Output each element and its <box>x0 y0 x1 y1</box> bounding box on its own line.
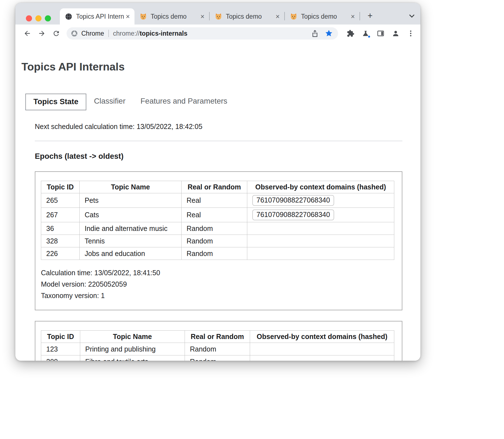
table-row: 265 Pets Real 7610709088227068340 <box>41 193 394 208</box>
hashed-domain-value[interactable]: 7610709088227068340 <box>252 209 334 220</box>
cat-icon <box>140 13 147 20</box>
cell-topic-id: 328 <box>41 235 80 247</box>
epoch-1-metadata: Calculation time: 13/05/2022, 18:41:50 M… <box>41 267 395 301</box>
cell-observed-domains: 7610709088227068340 <box>247 208 394 222</box>
col-header-real-or-random: Real or Random <box>182 181 247 193</box>
tab-separator <box>359 12 360 20</box>
profile-avatar-icon <box>392 30 400 37</box>
table-row: 226 Jobs and education Random <box>41 247 394 260</box>
cell-observed-domains: 7610709088227068340 <box>247 193 394 208</box>
cell-topic-name: Cats <box>80 208 182 222</box>
new-tab-button[interactable]: + <box>364 10 376 21</box>
browser-toolbar: Chrome chrome://topics-internals <box>15 25 420 42</box>
tab-topics-state[interactable]: Topics State <box>25 94 86 110</box>
browser-menu-button[interactable] <box>404 27 417 40</box>
cell-topic-id: 200 <box>41 355 80 361</box>
omnibox-url-bar[interactable]: Chrome chrome://topics-internals <box>67 27 338 40</box>
page-content: Topics API Internals Topics State Classi… <box>15 42 420 361</box>
cell-topic-id: 267 <box>41 208 80 222</box>
table-header-row: Topic ID Topic Name Real or Random Obser… <box>41 331 394 343</box>
experiments-button[interactable] <box>359 27 372 40</box>
cell-topic-id: 36 <box>41 222 80 235</box>
col-header-observed-domains: Observed-by context domains (hashed) <box>247 181 394 193</box>
browser-window: Topics API Intern × <box>15 3 420 361</box>
cell-topic-name: Jobs and education <box>80 247 182 260</box>
cell-observed-domains <box>250 343 394 355</box>
cell-observed-domains <box>247 222 394 235</box>
hashed-domain-value[interactable]: 7610709088227068340 <box>252 195 334 206</box>
cat-icon <box>290 13 297 20</box>
epoch-box-2: Topic ID Topic Name Real or Random Obser… <box>35 321 402 361</box>
cell-observed-domains <box>247 235 394 247</box>
globe-icon <box>65 13 72 20</box>
epoch-1-table: Topic ID Topic Name Real or Random Obser… <box>41 181 394 260</box>
taxonomy-version: Taxonomy version: 1 <box>41 290 395 301</box>
page-title: Topics API Internals <box>21 61 420 73</box>
url-badge-separator <box>108 30 109 37</box>
cell-observed-domains <box>247 247 394 260</box>
table-row: 36 Indie and alternative music Random <box>41 222 394 235</box>
tab-title: Topics demo <box>151 13 199 20</box>
col-header-topic-name: Topic Name <box>80 181 182 193</box>
bookmark-star-icon[interactable] <box>325 29 333 38</box>
notification-dot <box>368 35 371 38</box>
forward-button[interactable] <box>35 27 48 40</box>
col-header-topic-id: Topic ID <box>41 181 80 193</box>
next-calculation-time: Next scheduled calculation time: 13/05/2… <box>35 123 402 131</box>
tab-close-icon[interactable]: × <box>349 13 357 20</box>
tab-features-and-parameters[interactable]: Features and Parameters <box>133 94 235 110</box>
window-close-button[interactable] <box>26 15 32 21</box>
browser-tab-strip: Topics API Intern × <box>15 3 420 25</box>
tab-classifier[interactable]: Classifier <box>86 94 133 110</box>
cell-topic-name: Printing and publishing <box>80 343 185 355</box>
browser-tab-topics-demo-1[interactable]: Topics demo × <box>134 8 209 25</box>
epochs-heading: Epochs (latest -> oldest) <box>35 152 402 161</box>
cat-icon <box>215 13 222 20</box>
topics-state-panel: Next scheduled calculation time: 13/05/2… <box>35 123 402 361</box>
cell-topic-id: 226 <box>41 247 80 260</box>
side-panel-button[interactable] <box>374 27 387 40</box>
browser-tab-topics-internals[interactable]: Topics API Intern × <box>60 8 134 25</box>
window-zoom-button[interactable] <box>45 15 51 21</box>
forward-arrow-icon <box>38 30 46 37</box>
cell-topic-name: Pets <box>80 193 182 208</box>
cell-real-or-random: Random <box>182 247 247 260</box>
url-scheme: chrome:// <box>113 30 140 37</box>
internals-tab-bar: Topics State Classifier Features and Par… <box>25 94 420 110</box>
tab-close-icon[interactable]: × <box>274 13 282 20</box>
cell-topic-name: Fibre and textile arts <box>80 355 185 361</box>
puzzle-icon <box>347 30 354 37</box>
cell-topic-id: 123 <box>41 343 80 355</box>
cell-topic-id: 265 <box>41 193 80 208</box>
col-header-real-or-random: Real or Random <box>185 331 250 343</box>
back-button[interactable] <box>21 27 34 40</box>
tab-title: Topics API Intern <box>76 13 124 20</box>
cell-real-or-random: Random <box>182 235 247 247</box>
cell-real-or-random: Random <box>182 222 247 235</box>
table-row: 200 Fibre and textile arts Random <box>41 355 394 361</box>
share-icon[interactable] <box>311 29 319 38</box>
screenshot-stage: Topics API Intern × <box>0 0 504 439</box>
reload-icon <box>52 30 60 37</box>
url-badge: Chrome <box>81 30 104 37</box>
kebab-menu-icon <box>407 30 415 37</box>
browser-tab-topics-demo-3[interactable]: Topics demo × <box>285 8 359 25</box>
profile-button[interactable] <box>389 27 402 40</box>
cell-real-or-random: Real <box>182 208 247 222</box>
browser-tab-topics-demo-2[interactable]: Topics demo × <box>210 8 284 25</box>
tab-title: Topics demo <box>226 13 274 20</box>
back-arrow-icon <box>23 30 31 37</box>
epoch-box-1: Topic ID Topic Name Real or Random Obser… <box>35 171 402 310</box>
table-row: 123 Printing and publishing Random <box>41 343 394 355</box>
tab-close-icon[interactable]: × <box>199 13 206 20</box>
cell-topic-name: Indie and alternative music <box>80 222 182 235</box>
tab-close-icon[interactable]: × <box>124 13 132 20</box>
cell-topic-name: Tennis <box>80 235 182 247</box>
table-row: 328 Tennis Random <box>41 235 394 247</box>
tab-search-chevron-icon[interactable] <box>408 12 416 20</box>
window-minimize-button[interactable] <box>35 15 41 21</box>
cell-real-or-random: Real <box>182 193 247 208</box>
extensions-button[interactable] <box>344 27 357 40</box>
table-row: 267 Cats Real 7610709088227068340 <box>41 208 394 222</box>
reload-button[interactable] <box>50 27 63 40</box>
